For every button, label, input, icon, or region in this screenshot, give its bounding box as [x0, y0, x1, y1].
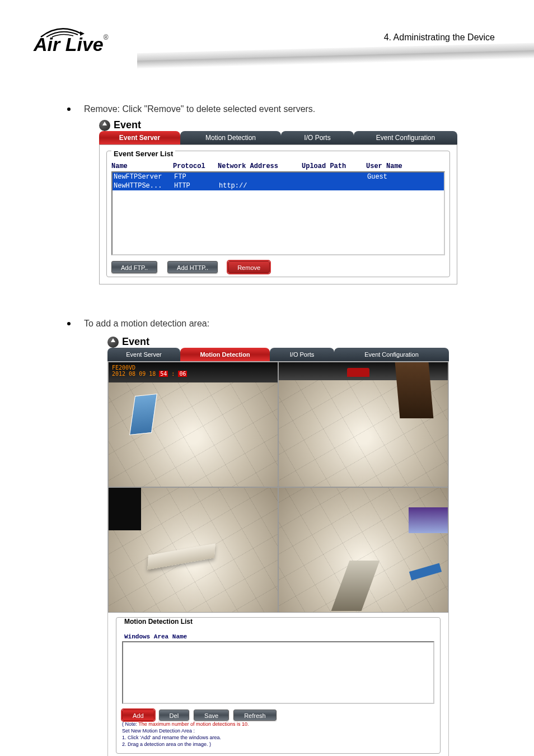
page-header: Air Live® 4. Administrating the Device	[0, 0, 534, 81]
tab-event-server[interactable]: Event Server	[99, 131, 180, 144]
col-name: Name	[111, 162, 173, 170]
bullet-icon	[67, 108, 71, 111]
motion-detection-panel: FE200VD 2012 08 09 18 54 : 06 Motion Det…	[107, 361, 449, 756]
button-row: Add FTP.. Add HTTP.. Remove	[111, 261, 449, 273]
del-button[interactable]: Del	[159, 710, 190, 721]
header-divider	[137, 43, 534, 69]
list-header: Name Protocol Network Address Upload Pat…	[111, 162, 445, 170]
camera-osd: FE200VD 2012 08 09 18 54 : 06	[112, 365, 187, 377]
cell-protocol: HTTP	[174, 181, 219, 190]
list-row[interactable]: NewHTTPSe... HTTP http://	[113, 181, 444, 190]
motion-detection-list[interactable]	[122, 641, 434, 704]
event-icon	[107, 337, 119, 348]
tab-io-ports[interactable]: I/O Ports	[281, 131, 354, 144]
bullet-text: Remove: Click "Remove" to delete selecte…	[84, 102, 315, 116]
event-icon	[99, 120, 110, 131]
server-list[interactable]: NewFTPServer FTP Guest NewHTTPSe... HTTP…	[111, 171, 445, 255]
tab-event-configuration[interactable]: Event Configuration	[334, 348, 449, 361]
add-button[interactable]: Add	[122, 710, 154, 721]
panel-title: Event	[122, 336, 149, 348]
col-network-address: Network Address	[218, 162, 302, 170]
cell-user	[367, 181, 444, 190]
camera-view-2[interactable]	[278, 362, 448, 487]
bullet-item: To add a motion detection area:	[67, 317, 489, 330]
logo-registered: ®	[104, 34, 109, 41]
add-ftp-button[interactable]: Add FTP..	[111, 261, 157, 273]
refresh-button[interactable]: Refresh	[233, 710, 277, 721]
tab-motion-detection[interactable]: Motion Detection	[180, 131, 281, 144]
cell-addr	[219, 172, 303, 181]
tab-motion-detection[interactable]: Motion Detection	[180, 348, 270, 361]
col-user-name: User Name	[366, 162, 445, 170]
col-upload-path: Upload Path	[302, 162, 366, 170]
motion-detection-screenshot: Event Event Server Motion Detection I/O …	[107, 336, 449, 756]
panel-title: Event	[114, 119, 141, 131]
tab-event-configuration[interactable]: Event Configuration	[354, 131, 457, 144]
tab-io-ports[interactable]: I/O Ports	[270, 348, 334, 361]
col-protocol: Protocol	[173, 162, 218, 170]
add-http-button[interactable]: Add HTTP..	[167, 261, 218, 273]
cell-addr: http://	[219, 181, 303, 190]
save-button[interactable]: Save	[194, 710, 229, 721]
camera-view-1[interactable]: FE200VD 2012 08 09 18 54 : 06	[108, 362, 278, 487]
cell-name: NewHTTPSe...	[113, 181, 174, 190]
fieldset-label: Motion Detection List	[122, 618, 195, 626]
button-row: Add Del Save Refresh	[122, 710, 434, 721]
camera-quad: FE200VD 2012 08 09 18 54 : 06	[108, 362, 448, 613]
tabs: Event Server Motion Detection I/O Ports …	[107, 348, 449, 361]
tab-event-server[interactable]: Event Server	[107, 348, 180, 361]
mdl-col-header: Windows Area Name	[124, 633, 432, 640]
panel-title-row: Event	[107, 336, 449, 348]
cell-path	[303, 172, 367, 181]
logo-arcs-icon	[36, 22, 87, 39]
event-server-screenshot: Event Event Server Motion Detection I/O …	[99, 119, 457, 284]
panel-title-row: Event	[99, 119, 457, 131]
motion-detection-list-wrap: Motion Detection List Windows Area Name …	[108, 613, 448, 756]
cell-name: NewFTPServer	[113, 172, 174, 181]
bullet-icon	[67, 322, 71, 325]
camera-view-3[interactable]	[108, 487, 278, 613]
cell-user: Guest	[367, 172, 444, 181]
logo: Air Live®	[34, 34, 109, 55]
remove-button[interactable]: Remove	[228, 261, 270, 273]
chapter-heading: 4. Administrating the Device	[384, 32, 495, 43]
event-server-panel: Event Server List Name Protocol Network …	[99, 144, 457, 284]
cell-path	[303, 181, 367, 190]
list-row[interactable]: NewFTPServer FTP Guest	[113, 172, 444, 181]
fieldset-label: Event Server List	[111, 150, 175, 158]
camera-view-4[interactable]	[278, 487, 448, 613]
tabs: Event Server Motion Detection I/O Ports …	[99, 131, 457, 144]
bullet-item: Remove: Click "Remove" to delete selecte…	[67, 102, 489, 116]
bullet-text: To add a motion detection area:	[84, 317, 209, 330]
note-text: ( Note: The maximum number of motion det…	[122, 721, 434, 748]
svg-marker-0	[80, 31, 85, 36]
cell-protocol: FTP	[174, 172, 219, 181]
